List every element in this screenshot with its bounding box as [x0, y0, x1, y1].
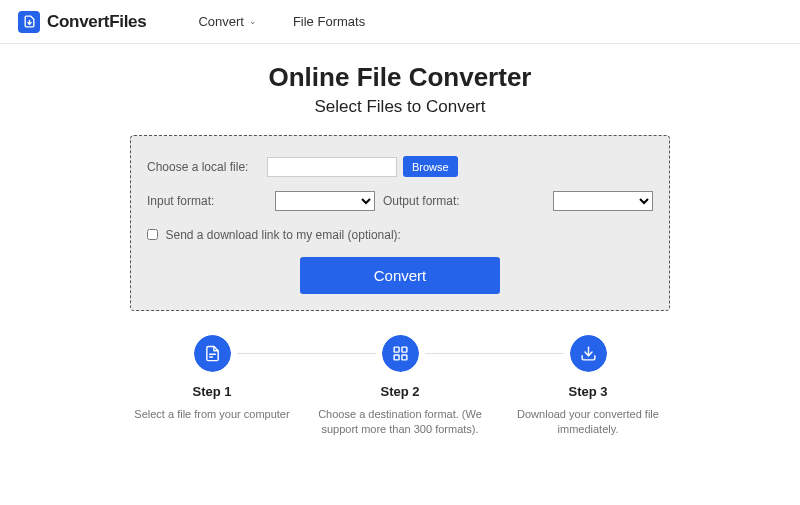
- step-1-desc: Select a file from your computer: [130, 407, 294, 422]
- logo-icon: [18, 11, 40, 33]
- step-2-title: Step 2: [318, 384, 482, 399]
- step-1-title: Step 1: [130, 384, 294, 399]
- browse-button[interactable]: Browse: [403, 156, 458, 177]
- output-format-select[interactable]: [553, 191, 653, 211]
- grid-icon: [382, 335, 419, 372]
- email-checkbox-label: Send a download link to my email (option…: [165, 228, 400, 242]
- output-format-label: Output format:: [383, 194, 460, 208]
- convert-panel: Choose a local file: Browse Input format…: [130, 135, 670, 311]
- email-row: Send a download link to my email (option…: [147, 225, 653, 243]
- file-input[interactable]: [267, 157, 397, 177]
- page-subtitle: Select Files to Convert: [0, 97, 800, 117]
- main: Online File Converter Select Files to Co…: [0, 44, 800, 438]
- svg-rect-3: [394, 347, 399, 352]
- step-3-desc: Download your converted file immediately…: [506, 407, 670, 438]
- nav-file-formats[interactable]: File Formats: [293, 14, 365, 29]
- step-2: Step 2 Choose a destination format. (We …: [318, 335, 482, 438]
- main-nav: Convert ⌄ File Formats: [198, 14, 365, 29]
- nav-formats-label: File Formats: [293, 14, 365, 29]
- page-title: Online File Converter: [0, 62, 800, 93]
- input-format-select[interactable]: [275, 191, 375, 211]
- step-3-title: Step 3: [506, 384, 670, 399]
- svg-rect-4: [401, 347, 406, 352]
- logo[interactable]: ConvertFiles: [18, 11, 146, 33]
- format-row: Input format: Output format:: [147, 191, 653, 211]
- svg-rect-6: [401, 355, 406, 360]
- step-1: Step 1 Select a file from your computer: [130, 335, 294, 438]
- convert-button[interactable]: Convert: [300, 257, 500, 294]
- convert-wrap: Convert: [147, 257, 653, 294]
- steps: Step 1 Select a file from your computer …: [130, 335, 670, 438]
- nav-convert-label: Convert: [198, 14, 244, 29]
- file-icon: [194, 335, 231, 372]
- step-3: Step 3 Download your converted file imme…: [506, 335, 670, 438]
- email-checkbox[interactable]: [147, 229, 158, 240]
- svg-rect-5: [394, 355, 399, 360]
- download-icon: [570, 335, 607, 372]
- nav-convert[interactable]: Convert ⌄: [198, 14, 257, 29]
- chevron-down-icon: ⌄: [249, 17, 257, 26]
- choose-file-row: Choose a local file: Browse: [147, 156, 653, 177]
- brand-name: ConvertFiles: [47, 12, 146, 32]
- choose-file-label: Choose a local file:: [147, 160, 267, 174]
- step-2-desc: Choose a destination format. (We support…: [318, 407, 482, 438]
- input-format-label: Input format:: [147, 194, 267, 208]
- header: ConvertFiles Convert ⌄ File Formats: [0, 0, 800, 44]
